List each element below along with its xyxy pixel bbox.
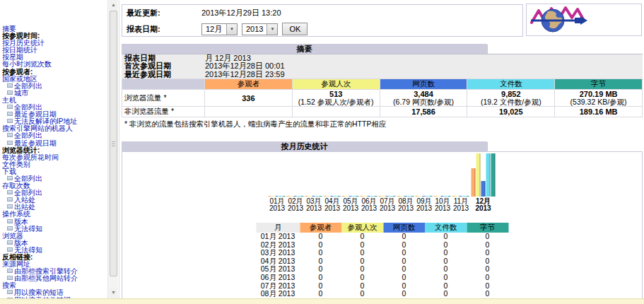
value-detail: (539.32 KB/参观) — [556, 98, 640, 106]
metric-cell: 0 — [425, 290, 467, 298]
info-row-label: 最近参观日期 — [122, 71, 205, 78]
chart-month-bars — [379, 153, 397, 197]
chart-month-bars — [269, 153, 286, 197]
chart-bar — [334, 196, 337, 197]
list-item-icon — [7, 276, 13, 280]
metric-cell: 0 — [383, 290, 425, 298]
chart-bar — [416, 196, 418, 197]
monthly-history-chart: 01月201302月201303月201304月201305月201306月20… — [122, 151, 643, 304]
scrollbar-grip — [112, 144, 115, 144]
chart-month-bars — [434, 153, 452, 197]
chart-bar — [327, 196, 330, 197]
month-select-value: 12月 — [202, 24, 226, 35]
chevron-down-icon[interactable]: ▼ — [226, 24, 237, 35]
summary-info-row: 报表日期月 12月 2013 — [122, 54, 643, 62]
table-row: 01月 201300000 — [256, 233, 508, 241]
chart-bar — [353, 196, 356, 197]
summary-info-row: 最近参观日期2013年12月28日 23:59 — [122, 71, 643, 78]
metric-cell: 0 — [467, 233, 508, 241]
chart-bar — [272, 196, 275, 197]
chart-bar — [401, 196, 404, 197]
summary-column-header: 参观者 — [205, 79, 293, 90]
chart-bar — [445, 196, 447, 197]
monthly-section-title: 按月历史统计 — [122, 141, 487, 151]
chart-bars-area: 01月201302月201303月201304月201305月201306月20… — [268, 153, 496, 212]
chart-bar — [382, 196, 385, 197]
monthly-column-header: 字节 — [467, 223, 508, 233]
value-detail: (1.52 参观人次/参观者) — [294, 98, 378, 106]
chart-bar — [375, 196, 377, 197]
chart-bar — [287, 196, 290, 197]
monthly-table: 月参观者参观人次网页数文件数字节 01月 20130000002月 201300… — [256, 223, 508, 298]
chart-month-bars — [305, 153, 323, 197]
chart-bar — [471, 168, 475, 197]
chart-month-label: 04月2013 — [324, 198, 340, 212]
scroll-up-icon[interactable]: ▲ — [109, 0, 118, 10]
monthly-column-header: 参观人次 — [341, 223, 383, 233]
list-item-icon — [7, 247, 13, 252]
chart-bar — [491, 153, 495, 197]
metric-cell: 0 — [341, 274, 383, 282]
scrollbar-thumb[interactable] — [110, 11, 117, 276]
frame-divider — [119, 0, 119, 298]
chart-bar — [320, 196, 322, 197]
list-item-icon — [7, 112, 13, 116]
chart-month-label: 12月2013 — [475, 198, 491, 212]
chart-month-label: 06月2013 — [361, 198, 377, 212]
chart-bar — [459, 196, 462, 197]
month-select[interactable]: 12月 ▼ — [201, 23, 238, 35]
chart-bar — [390, 196, 392, 197]
list-item-icon — [7, 226, 13, 230]
summary-section-title: 摘要 — [122, 44, 487, 54]
value-main: 336 — [206, 94, 291, 103]
month-cell: 08月 2013 — [256, 290, 300, 298]
value-detail: (19.2 文件数/参观) — [469, 98, 553, 106]
summary-table: 参观者参观人次网页数文件数字节 浏览器流量 *336513(1.52 参观人次/… — [122, 78, 643, 117]
chart-bar — [368, 196, 370, 197]
chart-bar — [463, 196, 466, 197]
sidebar-nav: 摘要按参观时间:按月历史统计按日期统计按星期每小时浏览次数按参观者:国家或地区全… — [0, 25, 107, 298]
list-item-icon — [7, 197, 13, 201]
last-update-label: 最近更新: — [127, 8, 201, 18]
chart-bar — [338, 196, 341, 197]
chart-month-label: 09月2013 — [416, 198, 432, 212]
chart-month-label: 07月2013 — [380, 198, 395, 212]
list-item-icon — [7, 176, 13, 180]
ok-button[interactable]: OK — [282, 23, 308, 35]
chart-month-group: 03月2013 — [305, 153, 323, 212]
metric-cell: 0 — [300, 290, 341, 298]
metric-cell: 0 — [467, 274, 508, 282]
chevron-down-icon[interactable]: ▼ — [267, 24, 277, 35]
chart-month-group: 06月2013 — [360, 153, 378, 212]
monthly-column-header: 文件数 — [425, 223, 467, 233]
chart-bar — [386, 196, 389, 197]
metric-cell: 0 — [425, 274, 467, 282]
summary-info-row: 首次参观日期2013年12月28日 00:01 — [122, 62, 643, 70]
chart-bar — [342, 196, 345, 197]
chart-bar — [294, 196, 297, 197]
chart-bar — [305, 196, 308, 197]
year-select[interactable]: 2013 ▼ — [242, 23, 278, 35]
sidebar-scrollbar[interactable]: ▲ ▼ — [107, 0, 118, 298]
metric-cell: 0 — [341, 290, 383, 298]
chart-month-label: 05月2013 — [343, 198, 358, 212]
chart-month-label: 01月2013 — [269, 198, 285, 212]
chart-month-group: 08月2013 — [397, 153, 415, 212]
chart-month-group: 04月2013 — [323, 153, 341, 212]
metric-cell: 0 — [383, 274, 425, 282]
chart-bar — [279, 196, 282, 197]
list-item-icon — [7, 83, 13, 88]
awstats-logo-box — [526, 4, 642, 36]
list-item-icon — [7, 204, 13, 209]
chart-month-bars — [287, 153, 305, 197]
value-main: 189.16 MB — [556, 107, 640, 116]
summary-value-cell: 189.16 MB — [555, 107, 643, 117]
chart-bar — [467, 196, 469, 197]
list-item-icon — [7, 133, 13, 137]
info-row-value: 2013年12月28日 23:59 — [205, 71, 285, 78]
chart-bar — [434, 196, 437, 197]
summary-corner-cell — [122, 79, 205, 90]
table-row: 浏览器流量 *336513(1.52 参观人次/参观者)3,484(6.79 网… — [122, 90, 643, 107]
scroll-down-icon[interactable]: ▼ — [109, 288, 118, 298]
sidebar-item-全部列出[interactable]: 全部列出 — [0, 132, 107, 139]
